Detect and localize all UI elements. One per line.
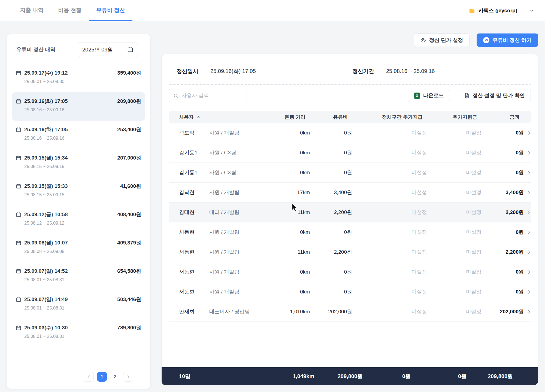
row-chevron[interactable] bbox=[524, 250, 531, 255]
account-selector[interactable]: 카택스 (jeycorp) bbox=[469, 0, 534, 21]
congestion-extra: 미설정 bbox=[352, 268, 427, 275]
settlement-list-item[interactable]: 25.09.15(월) 15:33 41,600원 25.08.15 ~ 25.… bbox=[12, 177, 145, 206]
search-icon bbox=[173, 93, 178, 98]
chevron-right-icon bbox=[527, 250, 531, 255]
kataxe-logo-icon bbox=[469, 8, 475, 14]
fuel-cost: 0원 bbox=[310, 229, 352, 236]
row-chevron[interactable] bbox=[524, 190, 531, 195]
table-row[interactable]: 서동현 사원 / 개발팀 0km 0원 미설정 미설정 0원 bbox=[169, 282, 531, 302]
user-name: 김기동1 bbox=[169, 169, 208, 176]
total-amount: 3,400원 bbox=[482, 189, 524, 196]
search-input[interactable] bbox=[181, 93, 236, 99]
row-chevron[interactable] bbox=[524, 151, 531, 155]
chevron-right-icon bbox=[527, 170, 531, 175]
calendar-icon bbox=[16, 240, 21, 246]
table-control-buttons: X 다운로드 정산 설정 및 단가 확인 bbox=[408, 89, 531, 102]
table-row[interactable]: 김낙현 사원 / 개발팀 17km 3,400원 미설정 미설정 3,400원 bbox=[169, 183, 531, 203]
row-chevron[interactable] bbox=[524, 310, 531, 314]
congestion-extra: 미설정 bbox=[352, 129, 427, 136]
sort-asc-icon bbox=[196, 115, 200, 119]
settlement-list-item[interactable]: 25.09.16(화) 17:05 253,400원 25.08.16 ~ 25… bbox=[12, 121, 145, 149]
chevron-right-icon bbox=[527, 131, 531, 135]
month-picker[interactable]: 2025년 09월 bbox=[78, 42, 138, 57]
settlement-list-item[interactable]: 25.09.03(수) 10:30 789,800원 25.08.01 ~ 25… bbox=[12, 319, 145, 347]
settlement-datetime: 25.09.07(일) 14:52 bbox=[24, 268, 68, 275]
tab-expense-history[interactable]: 지출 내역 bbox=[13, 0, 51, 21]
unit-price-settings-button[interactable]: 정산 단가 설정 bbox=[414, 33, 470, 47]
table-row[interactable]: 안재희 대표이사 / 영업팀 1,010km 202,000원 미설정 미설정 … bbox=[169, 302, 531, 322]
chevron-right-icon bbox=[527, 230, 531, 235]
congestion-extra: 미설정 bbox=[352, 169, 427, 176]
row-chevron[interactable] bbox=[524, 290, 531, 294]
calendar-icon bbox=[16, 99, 21, 104]
settlement-datetime: 25.09.03(수) 10:30 bbox=[24, 324, 68, 331]
table-row[interactable]: 곽도억 사원 / 개발팀 0km 0원 미설정 미설정 0원 bbox=[169, 123, 531, 143]
table-row[interactable]: 김기동1 사원 / CX팀 0km 0원 미설정 미설정 0원 bbox=[169, 163, 531, 183]
main-actions: 정산 단가 설정 W 유류비 정산 하기 bbox=[414, 33, 538, 47]
user-name: 김낙현 bbox=[169, 189, 208, 196]
settlement-list-item[interactable]: 25.09.07(일) 14:52 654,580원 25.08.01 ~ 25… bbox=[12, 262, 145, 290]
row-chevron[interactable] bbox=[524, 170, 531, 175]
column-header-fuel[interactable]: 유류비 - bbox=[310, 114, 352, 120]
extra-support: 미설정 bbox=[427, 169, 482, 176]
settlement-list-item[interactable]: 25.09.12(금) 10:58 408,400원 25.08.12 ~ 25… bbox=[12, 206, 145, 234]
row-chevron[interactable] bbox=[524, 270, 531, 274]
driving-distance: 0km bbox=[268, 289, 310, 295]
column-header-amount[interactable]: 금액 - bbox=[482, 114, 524, 120]
settlement-settings-label: 정산 설정 및 단가 확인 bbox=[473, 92, 525, 99]
settlement-amount: 503,446원 bbox=[117, 296, 141, 303]
column-fuel-label: 유류비 bbox=[333, 114, 348, 120]
settlement-period-range: 25.08.01 ~ 25.08.31 bbox=[24, 305, 141, 311]
column-header-user[interactable]: 사용자 bbox=[169, 114, 208, 120]
settlement-datetime: 25.09.15(월) 15:33 bbox=[24, 183, 68, 190]
table-row[interactable]: 서동현 사원 / 개발팀 0km 0원 미설정 미설정 0원 bbox=[169, 262, 531, 282]
settlement-datetime: 25.09.16(화) 17:05 bbox=[24, 98, 68, 105]
column-header-distance[interactable]: 운행 거리 - bbox=[268, 114, 310, 120]
pagination-prev-button[interactable] bbox=[84, 372, 94, 382]
row-chevron[interactable] bbox=[524, 210, 531, 215]
sort-none-indicator: - bbox=[522, 114, 524, 120]
download-button[interactable]: X 다운로드 bbox=[408, 89, 450, 102]
extra-support: 미설정 bbox=[427, 288, 482, 295]
chevron-right-icon bbox=[527, 270, 531, 274]
settlement-list-item[interactable]: 25.09.15(월) 15:34 207,000원 25.08.15 ~ 25… bbox=[12, 149, 145, 177]
table-row[interactable]: 서동현 사원 / 개발팀 0km 0원 미설정 미설정 0원 bbox=[169, 222, 531, 242]
table-header: 사용자 운행 거리 - 유류비 - 정체구간 추가지급 - 추가지원금 - bbox=[169, 111, 531, 123]
row-chevron[interactable] bbox=[524, 131, 531, 135]
driving-distance: 0km bbox=[268, 269, 310, 275]
row-chevron[interactable] bbox=[524, 230, 531, 235]
user-position: 사원 / 개발팀 bbox=[208, 249, 268, 256]
pagination-page-1[interactable]: 1 bbox=[97, 372, 107, 382]
tab-fuel-settlement[interactable]: 유류비 정산 bbox=[89, 0, 132, 21]
settlement-list-item[interactable]: 25.09.07(일) 14:49 503,446원 25.08.01 ~ 25… bbox=[12, 290, 145, 319]
tab-cost-status[interactable]: 비용 현황 bbox=[51, 0, 89, 21]
table-row[interactable]: 김테현 대리 / 개발팀 11km 2,200원 미설정 미설정 2,200원 bbox=[169, 203, 531, 222]
column-header-support[interactable]: 추가지원금 - bbox=[427, 114, 482, 120]
settlement-list-item[interactable]: 25.09.08(월) 10:07 409,379원 25.08.08 ~ 25… bbox=[12, 234, 145, 262]
column-header-congestion[interactable]: 정체구간 추가지급 - bbox=[352, 114, 427, 120]
driving-distance: 0km bbox=[268, 130, 310, 136]
table-footer: 10명 1,049km 209,800원 0원 0원 209,800원 bbox=[162, 367, 538, 385]
fuel-cost: 0원 bbox=[310, 268, 352, 275]
settlement-period-range: 25.08.15 ~ 25.09.15 bbox=[24, 192, 141, 197]
congestion-extra: 미설정 bbox=[352, 249, 427, 256]
table-row[interactable]: 김기동1 사원 / CX팀 0km 0원 미설정 미설정 0원 bbox=[169, 143, 531, 163]
footer-total-fuel: 209,800원 bbox=[314, 373, 363, 380]
footer-total-distance: 1,049km bbox=[234, 373, 314, 379]
table-controls: X 다운로드 정산 설정 및 단가 확인 bbox=[162, 85, 538, 102]
user-search[interactable] bbox=[169, 89, 247, 102]
settlement-period-range: 25.08.16 ~ 25.09.16 bbox=[24, 136, 141, 141]
extra-support: 미설정 bbox=[427, 209, 482, 216]
table-row[interactable]: 서동현 사원 / 개발팀 11km 2,200원 미설정 미설정 2,200원 bbox=[169, 242, 531, 262]
driving-distance: 11km bbox=[268, 249, 310, 255]
pagination-page-2[interactable]: 2 bbox=[110, 372, 120, 382]
settlement-list-item[interactable]: 25.09.17(수) 19:12 359,400원 25.09.01 ~ 25… bbox=[12, 64, 145, 92]
pagination: 1 2 bbox=[12, 372, 145, 383]
settlement-list-item[interactable]: 25.09.16(화) 17:05 209,800원 25.08.16 ~ 25… bbox=[12, 92, 145, 121]
calendar-icon bbox=[16, 183, 21, 189]
pagination-next-button[interactable] bbox=[123, 372, 133, 382]
account-label: 카택스 (jeycorp) bbox=[478, 7, 517, 14]
run-settlement-button[interactable]: W 유류비 정산 하기 bbox=[477, 33, 538, 47]
settlement-settings-button[interactable]: 정산 설정 및 단가 확인 bbox=[458, 89, 531, 102]
total-amount: 0원 bbox=[482, 149, 524, 156]
